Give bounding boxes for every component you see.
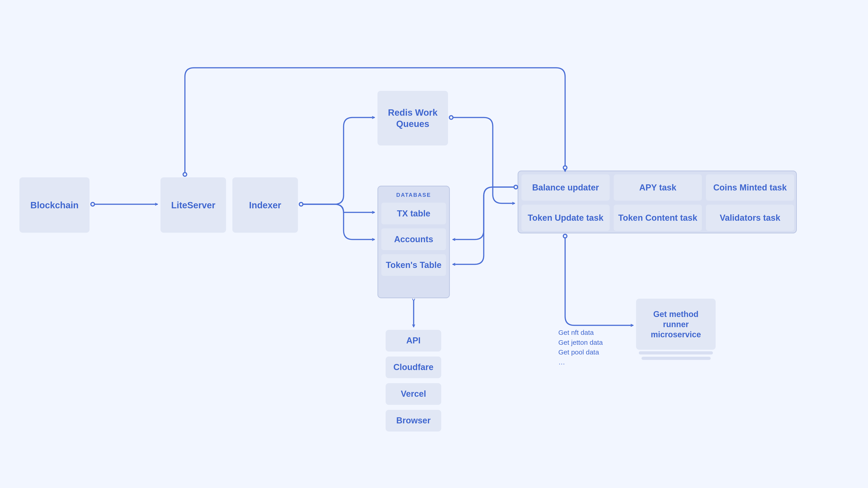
task-cell: APY task — [614, 174, 702, 201]
svg-point-2 — [450, 116, 453, 119]
node-microservice: Get method runner microservice — [636, 299, 716, 350]
svg-point-6 — [563, 166, 567, 169]
task-cell: Coins Minted task — [706, 174, 794, 201]
svg-point-5 — [183, 173, 187, 176]
node-redis: Redis Work Queues — [377, 91, 448, 145]
stack-item: API — [385, 330, 441, 352]
task-cell: Validators task — [706, 205, 794, 231]
node-indexer: Indexer — [232, 177, 298, 233]
svg-point-3 — [514, 185, 518, 189]
microservice-stack-base — [639, 351, 713, 355]
db-row: Token's Table — [381, 254, 446, 276]
database-label: DATABASE — [378, 192, 449, 198]
node-liteserver: LiteServer — [160, 177, 226, 233]
stack-item: Cloudfare — [385, 357, 441, 378]
database-container: DATABASE TX table Accounts Token's Table — [377, 186, 450, 298]
svg-point-0 — [91, 202, 94, 206]
note-text: Get nft data Get jetton data Get pool da… — [558, 328, 603, 367]
svg-point-4 — [563, 234, 567, 238]
node-blockchain: Blockchain — [20, 177, 90, 233]
svg-point-1 — [299, 202, 303, 206]
task-container: Balance updater APY task Coins Minted ta… — [518, 170, 797, 233]
microservice-stack-base — [642, 357, 711, 360]
stack-item: Vercel — [385, 383, 441, 405]
db-row: Accounts — [381, 228, 446, 250]
task-cell: Token Content task — [614, 205, 702, 231]
db-row: TX table — [381, 203, 446, 224]
stack-item: Browser — [385, 410, 441, 431]
task-cell: Balance updater — [522, 174, 610, 201]
task-cell: Token Update task — [522, 205, 610, 231]
